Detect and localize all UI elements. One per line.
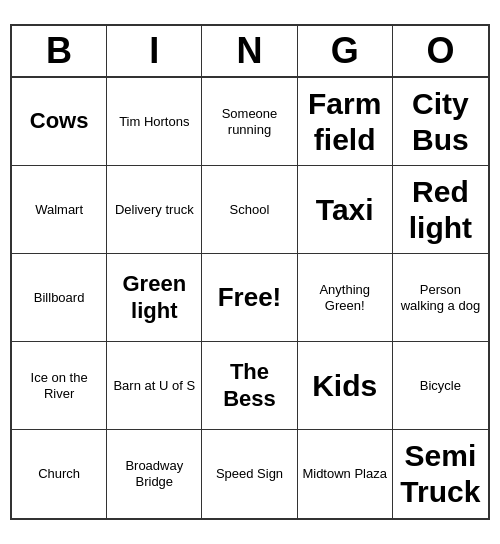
bingo-cell: Semi Truck xyxy=(393,430,488,518)
bingo-cell: School xyxy=(202,166,297,254)
bingo-cell: The Bess xyxy=(202,342,297,430)
header-letter: O xyxy=(393,26,488,76)
bingo-cell: City Bus xyxy=(393,78,488,166)
bingo-cell: Green light xyxy=(107,254,202,342)
header-letter: G xyxy=(298,26,393,76)
bingo-cell: Speed Sign xyxy=(202,430,297,518)
header-letter: B xyxy=(12,26,107,76)
bingo-cell: Tim Hortons xyxy=(107,78,202,166)
header-letter: N xyxy=(202,26,297,76)
bingo-cell: Broadway Bridge xyxy=(107,430,202,518)
bingo-cell: Kids xyxy=(298,342,393,430)
bingo-cell: Billboard xyxy=(12,254,107,342)
bingo-cell: Cows xyxy=(12,78,107,166)
bingo-cell: Someone running xyxy=(202,78,297,166)
bingo-cell: Ice on the River xyxy=(12,342,107,430)
bingo-cell: Red light xyxy=(393,166,488,254)
bingo-grid: CowsTim HortonsSomeone runningFarm field… xyxy=(12,78,488,518)
bingo-cell: Person walking a dog xyxy=(393,254,488,342)
bingo-header: BINGO xyxy=(12,26,488,78)
header-letter: I xyxy=(107,26,202,76)
bingo-cell: Walmart xyxy=(12,166,107,254)
bingo-cell: Barn at U of S xyxy=(107,342,202,430)
bingo-cell: Taxi xyxy=(298,166,393,254)
bingo-cell: Midtown Plaza xyxy=(298,430,393,518)
bingo-cell: Free! xyxy=(202,254,297,342)
bingo-cell: Anything Green! xyxy=(298,254,393,342)
bingo-cell: Farm field xyxy=(298,78,393,166)
bingo-cell: Delivery truck xyxy=(107,166,202,254)
bingo-cell: Church xyxy=(12,430,107,518)
bingo-cell: Bicycle xyxy=(393,342,488,430)
bingo-card: BINGO CowsTim HortonsSomeone runningFarm… xyxy=(10,24,490,520)
